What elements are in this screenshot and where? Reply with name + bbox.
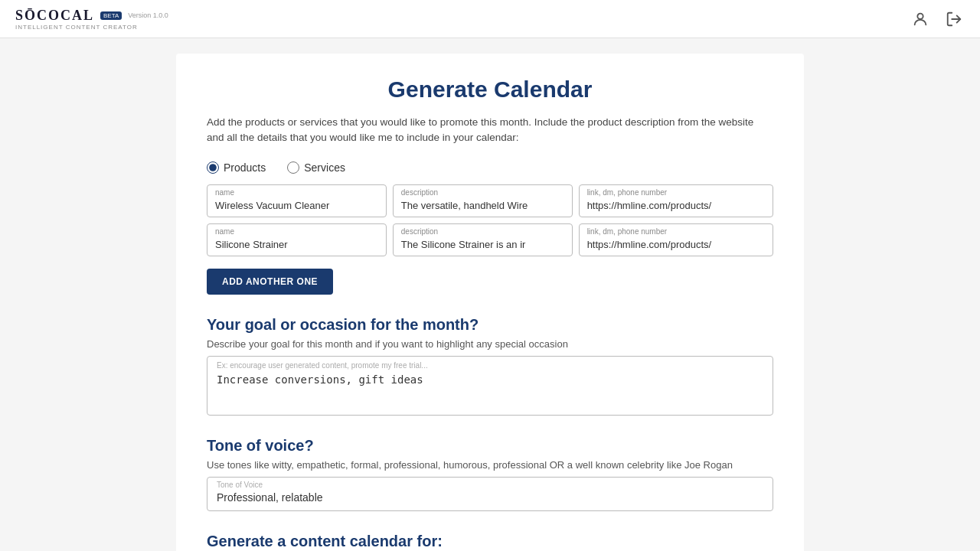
type-radio-group: Products Services xyxy=(207,161,773,174)
product-2-name-group: name xyxy=(207,223,387,256)
page-description: Add the products or services that you wo… xyxy=(207,115,773,146)
content-card: Generate Calendar Add the products or se… xyxy=(176,54,804,551)
platform-section-title: Generate a content calendar for: xyxy=(207,533,773,550)
product-1-name-group: name xyxy=(207,184,387,217)
product-row-1: name description link, dm, phone number xyxy=(207,184,773,217)
tone-input-wrapper: Tone of Voice xyxy=(207,477,773,511)
tone-label: Tone of Voice xyxy=(217,481,763,489)
products-radio-label[interactable]: Products xyxy=(207,161,266,174)
page-title: Generate Calendar xyxy=(207,77,773,103)
logo-beta-badge: BETA xyxy=(100,11,122,20)
product-2-name-input[interactable] xyxy=(215,239,378,250)
header-icons xyxy=(910,8,965,30)
products-label: Products xyxy=(224,161,266,174)
product-1-link-input[interactable] xyxy=(587,200,765,211)
product-2-link-input[interactable] xyxy=(587,239,765,250)
product-1-name-input[interactable] xyxy=(215,200,378,211)
header: SŌCOCAL BETA Version 1.0.0 INTELLIGENT C… xyxy=(0,0,980,38)
product-1-desc-label: description xyxy=(401,188,564,197)
product-1-desc-input[interactable] xyxy=(401,200,564,211)
tone-section-description: Use tones like witty, empathetic, formal… xyxy=(207,459,773,471)
product-2-link-label: link, dm, phone number xyxy=(587,227,765,236)
goal-section-description: Describe your goal for this month and if… xyxy=(207,338,773,350)
goal-section: Your goal or occasion for the month? Des… xyxy=(207,316,773,416)
platform-section: Generate a content calendar for: Social … xyxy=(207,533,773,552)
product-1-link-label: link, dm, phone number xyxy=(587,188,765,197)
product-2-desc-label: description xyxy=(401,227,564,236)
services-radio-label[interactable]: Services xyxy=(287,161,345,174)
product-2-desc-group: description xyxy=(393,223,573,256)
tone-input[interactable] xyxy=(217,491,763,504)
logout-icon[interactable] xyxy=(943,8,965,30)
goal-textarea-wrapper: Ex: encourage user generated content, pr… xyxy=(207,356,773,416)
product-1-link-group: link, dm, phone number xyxy=(579,184,773,217)
goal-section-title: Your goal or occasion for the month? xyxy=(207,316,773,334)
tone-section-title: Tone of voice? xyxy=(207,437,773,455)
page-wrapper: Generate Calendar Add the products or se… xyxy=(0,38,980,551)
tone-section: Tone of voice? Use tones like witty, emp… xyxy=(207,437,773,511)
services-label: Services xyxy=(304,161,345,174)
product-row-2: name description link, dm, phone number xyxy=(207,223,773,256)
logo-text: SŌCOCAL xyxy=(15,8,94,24)
goal-placeholder-label: Ex: encourage user generated content, pr… xyxy=(217,361,428,370)
product-2-desc-input[interactable] xyxy=(401,239,564,250)
user-icon[interactable] xyxy=(910,8,931,30)
product-2-link-group: link, dm, phone number xyxy=(579,223,773,256)
logo-sub-text: INTELLIGENT CONTENT CREATOR xyxy=(15,24,138,31)
services-radio[interactable] xyxy=(287,161,299,174)
svg-point-0 xyxy=(917,13,923,18)
product-1-name-label: name xyxy=(215,188,378,197)
products-radio[interactable] xyxy=(207,161,219,174)
add-another-button[interactable]: ADD ANOTHER ONE xyxy=(207,269,333,295)
product-2-name-label: name xyxy=(215,227,378,236)
logo-area: SŌCOCAL BETA Version 1.0.0 INTELLIGENT C… xyxy=(15,8,168,31)
logo-version: Version 1.0.0 xyxy=(128,11,168,19)
product-1-desc-group: description xyxy=(393,184,573,217)
